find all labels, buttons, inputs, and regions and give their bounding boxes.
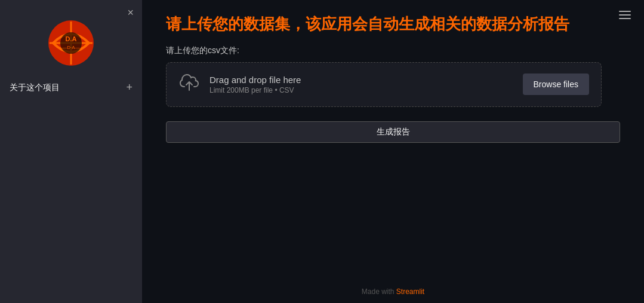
menu-line-2 — [619, 14, 631, 16]
hamburger-icon — [619, 11, 631, 19]
sidebar-about-section[interactable]: 关于这个项目 + — [0, 76, 142, 99]
close-icon: × — [127, 7, 134, 19]
menu-button[interactable] — [617, 8, 633, 22]
dropzone-text-block: Drag and drop file here Limit 200MB per … — [209, 75, 301, 94]
page-title: 请上传您的数据集，该应用会自动生成相关的数据分析报告 — [166, 14, 620, 35]
sidebar: × D.A —D·A— 关于这个项目 + — [0, 0, 142, 303]
cloud-upload-icon — [178, 74, 200, 96]
file-dropzone[interactable]: Drag and drop file here Limit 200MB per … — [166, 62, 602, 107]
menu-line-1 — [619, 11, 631, 12]
sidebar-expand-icon: + — [126, 81, 133, 94]
footer: Made with Streamlit — [362, 287, 424, 296]
streamlit-link[interactable]: Streamlit — [396, 287, 424, 296]
sidebar-close-button[interactable]: × — [127, 7, 134, 18]
upload-label: 请上传您的csv文件: — [166, 45, 620, 56]
browse-files-button[interactable]: Browse files — [523, 74, 589, 95]
svg-text:D.A: D.A — [66, 35, 77, 42]
logo-wrapper: D.A —D·A— — [0, 10, 142, 74]
menu-line-3 — [619, 18, 631, 19]
dropzone-left: Drag and drop file here Limit 200MB per … — [178, 74, 301, 96]
app-logo: D.A —D·A— — [47, 19, 95, 67]
logo-svg: D.A —D·A— — [47, 19, 95, 67]
footer-text-before: Made with — [362, 287, 396, 296]
file-limit-text: Limit 200MB per file • CSV — [209, 86, 301, 94]
generate-report-button[interactable]: 生成报告 — [166, 121, 620, 143]
svg-text:—D·A—: —D·A— — [62, 45, 79, 50]
sidebar-about-label: 关于这个项目 — [10, 82, 60, 93]
main-content: 请上传您的数据集，该应用会自动生成相关的数据分析报告 请上传您的csv文件: D… — [142, 0, 644, 303]
drag-drop-text: Drag and drop file here — [209, 75, 301, 85]
